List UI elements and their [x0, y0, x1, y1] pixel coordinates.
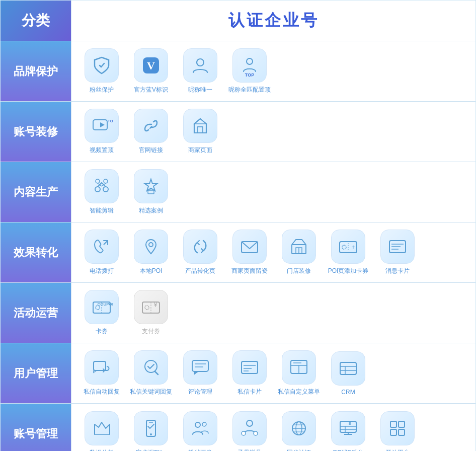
row-account-manage: 账号管理 数据分析 — [1, 404, 475, 451]
icon-pc-backend: E — [331, 411, 365, 445]
items-user: 私信自动回复 私信关键词回复 — [71, 343, 475, 403]
item-merchant-lead[interactable]: 商家页面留资 — [227, 230, 272, 275]
item-local-poi[interactable]: 本地POI — [129, 230, 173, 275]
header-category-label: 分类 — [22, 11, 50, 30]
item-label: 视频置顶 — [90, 146, 114, 155]
header-category-cell: 分类 — [1, 1, 71, 41]
item-label: 粉丝画像 — [188, 448, 212, 452]
item-pc-backend[interactable]: E PC端E后台 — [326, 411, 370, 452]
icon-mobile-elite — [134, 411, 168, 445]
item-official-v[interactable]: V 官方蓝V标识 — [129, 48, 173, 94]
category-label: 内容生产 — [14, 185, 58, 200]
svg-line-18 — [104, 241, 108, 245]
header-title-cell: 认证企业号 — [71, 1, 475, 41]
item-keyword-reply[interactable]: 私信关键词回复 — [129, 350, 173, 396]
item-label: 昵称唯一 — [188, 86, 212, 94]
category-account-decor: 账号装修 — [1, 102, 71, 162]
item-label: 产品转化页 — [185, 267, 215, 275]
svg-point-63 — [247, 420, 253, 426]
item-product-convert[interactable]: 产品转化页 — [178, 230, 222, 275]
item-pay-voucher[interactable]: ¥ 支付券 — [129, 290, 173, 336]
item-label: POI页添加卡券 — [328, 267, 369, 275]
svg-rect-81 — [399, 429, 405, 435]
svg-point-2 — [197, 59, 204, 66]
item-coupon[interactable]: COUPON 卡券 — [80, 290, 124, 336]
icon-mail — [232, 230, 267, 264]
item-label: 官网链接 — [139, 146, 163, 155]
icon-person — [183, 48, 217, 83]
svg-text:TOP: TOP — [108, 119, 113, 123]
item-client-elite[interactable]: 客户端Elite — [129, 411, 173, 452]
svg-rect-16 — [148, 190, 154, 194]
item-nickname-unique[interactable]: 昵称唯一 — [178, 48, 222, 94]
item-dm-card[interactable]: 私信卡片 — [227, 350, 272, 396]
svg-rect-78 — [390, 421, 396, 427]
item-sub-account[interactable]: 子母帐号 — [227, 411, 272, 452]
svg-point-13 — [96, 179, 100, 183]
item-label: 卡券 — [96, 327, 108, 336]
item-nickname-top[interactable]: TOP 昵称全匹配置顶 — [227, 48, 272, 94]
items-content: 智能剪辑 精选案例 — [71, 162, 475, 222]
icon-store — [183, 109, 217, 143]
row-conversion: 效果转化 电话拨打 — [1, 222, 475, 283]
svg-rect-53 — [340, 362, 356, 374]
category-label: 品牌保护 — [14, 64, 58, 79]
item-auto-reply[interactable]: 私信自动回复 — [80, 350, 124, 396]
row-user-manage: 用户管理 私信自动回复 — [1, 343, 475, 404]
item-comment-manage[interactable]: 评论管理 — [178, 350, 222, 396]
item-website-link[interactable]: 官网链接 — [129, 109, 173, 155]
svg-point-41 — [145, 360, 157, 372]
icon-store-decor — [282, 230, 316, 264]
item-message-card[interactable]: 消息卡片 — [375, 230, 420, 275]
items-conversion: 电话拨打 本地POI — [71, 222, 475, 282]
svg-text:¥: ¥ — [153, 302, 157, 309]
row-account-decor: 账号装修 TOP 视频置顶 — [1, 102, 475, 162]
category-label: 账号装修 — [14, 124, 58, 139]
svg-point-12 — [103, 187, 108, 192]
item-merchant-page[interactable]: 商家页面 — [178, 109, 222, 155]
icon-poi — [134, 230, 168, 264]
svg-rect-71 — [340, 421, 356, 432]
svg-text:E: E — [349, 422, 351, 425]
category-label: 活动运营 — [14, 306, 58, 321]
icon-sync-auth — [282, 411, 316, 445]
category-brand: 品牌保护 — [1, 41, 71, 101]
icon-keyword-reply — [134, 350, 168, 385]
items-account: 数据分析 客户端Elite — [71, 404, 475, 451]
icon-dm-card — [232, 350, 267, 385]
item-open-platform[interactable]: 开放平台 — [375, 411, 420, 452]
item-fans-portrait[interactable]: 粉丝画像 — [178, 411, 222, 452]
items-brand: 粉丝保护 V 官方蓝V标识 — [71, 41, 475, 101]
item-label: 开放平台 — [385, 448, 410, 452]
svg-rect-79 — [399, 421, 405, 427]
item-fans-protect[interactable]: 粉丝保护 — [80, 48, 124, 94]
item-dm-menu[interactable]: 私信自定义菜单 — [277, 350, 321, 396]
item-label: 昵称全匹配置顶 — [228, 86, 271, 94]
item-label: 支付券 — [142, 327, 160, 336]
item-sync-auth[interactable]: 同步认证 — [277, 411, 321, 452]
item-phone-dial[interactable]: 电话拨打 — [80, 230, 124, 275]
svg-point-60 — [150, 433, 152, 435]
category-label: 效果转化 — [14, 245, 58, 260]
svg-rect-42 — [192, 360, 208, 371]
item-store-decor[interactable]: 门店装修 — [277, 230, 321, 275]
svg-point-37 — [145, 306, 149, 310]
category-content: 内容生产 — [1, 162, 71, 222]
item-video-top[interactable]: TOP 视频置顶 — [80, 109, 124, 155]
icon-scissors — [85, 169, 119, 203]
row-brand-protection: 品牌保护 粉丝保护 V — [1, 41, 475, 102]
item-featured-cases[interactable]: 精选案例 — [129, 169, 173, 215]
item-label: 粉丝保护 — [90, 86, 114, 94]
icon-video-top: TOP — [85, 109, 119, 143]
item-data-analysis[interactable]: 数据分析 — [80, 411, 124, 452]
icon-chart — [85, 411, 119, 445]
item-crm[interactable]: CRM — [326, 351, 370, 396]
item-poi-coupon[interactable]: + POI页添加卡券 — [326, 230, 370, 275]
svg-rect-80 — [390, 429, 396, 435]
svg-rect-9 — [198, 127, 203, 133]
item-label: PC端E后台 — [333, 448, 364, 452]
row-activity: 活动运营 COUPON 卡券 — [1, 283, 475, 343]
item-smart-edit[interactable]: 智能剪辑 — [80, 169, 124, 215]
icon-auto-reply — [85, 350, 119, 385]
category-account: 账号管理 — [1, 404, 71, 451]
